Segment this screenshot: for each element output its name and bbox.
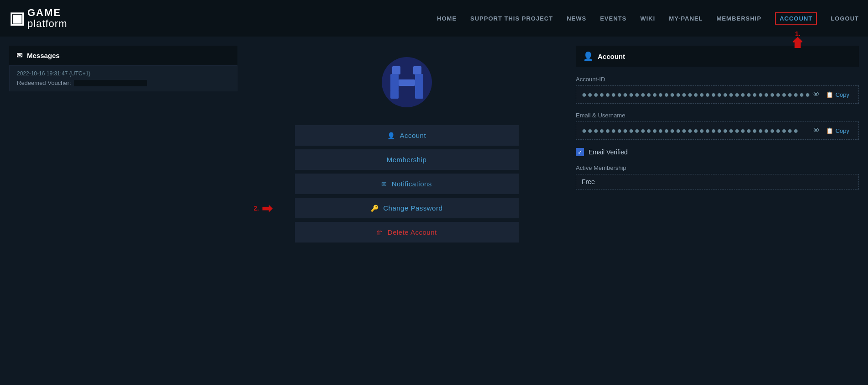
nav-mypanel[interactable]: MY-PANEL — [669, 14, 703, 22]
trash-icon: 🗑 — [376, 229, 383, 236]
account-id-eye-btn[interactable]: 👁 — [810, 90, 822, 100]
logo-platform: platform — [27, 18, 67, 29]
eye-icon: 👁 — [812, 90, 820, 99]
email-username-field: ●●●●●●●●●●●●●●●●●●●●●●●●●●●●●●●●●●●●● 👁 … — [576, 121, 859, 140]
menu-buttons: 👤 Account Membership ✉ Notifications 2. … — [295, 125, 519, 243]
content-area: ✉ Messages 2022-10-16 19:31:47 (UTC+1) R… — [0, 37, 868, 385]
change-password-label: Change Password — [383, 204, 442, 212]
arrow-right-icon: ➡ — [262, 200, 272, 216]
notifications-btn-label: Notifications — [392, 180, 432, 188]
svg-rect-4 — [415, 74, 423, 91]
change-password-area: 2. ➡ 🔑 Change Password — [295, 198, 519, 218]
svg-rect-6 — [390, 90, 399, 99]
copy-icon-2: 📋 — [826, 127, 833, 134]
delete-account-label: Delete Account — [388, 228, 437, 236]
messages-panel: ✉ Messages 2022-10-16 19:31:47 (UTC+1) R… — [9, 46, 237, 376]
nav-home[interactable]: HOME — [437, 14, 457, 22]
logo-text: GAME platform — [27, 7, 67, 29]
key-icon: 🔑 — [371, 205, 379, 212]
account-header-icon: 👤 — [583, 51, 593, 61]
redacted-voucher — [74, 80, 147, 86]
email-username-group: Email & Username ●●●●●●●●●●●●●●●●●●●●●●●… — [576, 112, 859, 140]
account-id-copy-btn[interactable]: 📋 Copy — [822, 90, 853, 99]
email-username-dots: ●●●●●●●●●●●●●●●●●●●●●●●●●●●●●●●●●●●●● — [582, 126, 810, 136]
nav-membership[interactable]: MEMBERSHIP — [716, 14, 761, 22]
messages-title: Messages — [27, 52, 60, 59]
notifications-menu-btn[interactable]: ✉ Notifications — [295, 174, 519, 194]
nav-wiki[interactable]: WIKI — [640, 14, 655, 22]
annotation-1-label: 1. — [795, 30, 800, 37]
logo-game: GAME — [27, 7, 67, 18]
change-password-btn[interactable]: 🔑 Change Password — [295, 198, 519, 218]
account-menu-btn[interactable]: 👤 Account — [295, 125, 519, 146]
annotation-2-label: 2. — [254, 205, 259, 212]
svg-rect-5 — [399, 79, 415, 86]
account-id-label: Account-ID — [576, 76, 859, 83]
annotation-2: 2. ➡ — [254, 200, 273, 216]
email-username-label: Email & Username — [576, 112, 859, 119]
avatar — [379, 55, 434, 110]
message-timestamp: 2022-10-16 19:31:47 (UTC+1) — [17, 70, 230, 77]
account-panel-header: 👤 Account — [576, 46, 859, 67]
nav-account[interactable]: ACCOUNT — [775, 14, 817, 22]
account-id-copy-label: Copy — [836, 91, 849, 98]
eye-icon-2: 👁 — [812, 127, 820, 135]
active-membership-value: Free — [576, 174, 859, 190]
email-verified-checkbox[interactable]: ✓ — [576, 148, 584, 156]
logo-icon: ▣ — [9, 10, 24, 26]
message-item: 2022-10-16 19:31:47 (UTC+1) Redeemed Vou… — [9, 65, 237, 91]
account-btn-label: Account — [400, 132, 426, 139]
svg-rect-3 — [390, 74, 399, 91]
account-id-dots: ●●●●●●●●●●●●●●●●●●●●●●●●●●●●●●●●●●●●●●● — [582, 90, 810, 100]
account-id-group: Account-ID ●●●●●●●●●●●●●●●●●●●●●●●●●●●●●… — [576, 76, 859, 104]
nav-links: HOME SUPPORT THIS PROJECT NEWS EVENTS WI… — [437, 14, 859, 22]
svg-rect-1 — [392, 66, 400, 74]
right-panel: 👤 Account Account-ID ●●●●●●●●●●●●●●●●●●●… — [576, 46, 859, 376]
active-membership-group: Active Membership Free — [576, 164, 859, 190]
email-copy-label: Copy — [836, 127, 849, 134]
nav-news[interactable]: NEWS — [567, 14, 586, 22]
membership-btn-label: Membership — [387, 156, 427, 163]
email-verified-row: ✓ Email Verified — [576, 148, 859, 156]
active-membership-label: Active Membership — [576, 164, 859, 171]
nav-logout[interactable]: LOGOUT — [831, 14, 859, 22]
account-id-field: ●●●●●●●●●●●●●●●●●●●●●●●●●●●●●●●●●●●●●●● … — [576, 85, 859, 104]
nav-support[interactable]: SUPPORT THIS PROJECT — [470, 14, 553, 22]
message-label: Redeemed Voucher: — [17, 79, 71, 86]
email-copy-btn[interactable]: 📋 Copy — [822, 127, 853, 135]
nav-events[interactable]: EVENTS — [600, 14, 626, 22]
person-icon: 👤 — [387, 132, 395, 139]
notif-icon: ✉ — [381, 180, 387, 188]
svg-rect-2 — [413, 66, 421, 74]
copy-icon-1: 📋 — [826, 91, 833, 98]
navbar: ▣ GAME platform HOME SUPPORT THIS PROJEC… — [0, 0, 868, 37]
avatar-area — [379, 55, 434, 111]
center-panel: 👤 Account Membership ✉ Notifications 2. … — [247, 46, 567, 376]
membership-menu-btn[interactable]: Membership — [295, 149, 519, 170]
logo: ▣ GAME platform — [9, 7, 67, 29]
message-content: Redeemed Voucher: — [17, 79, 230, 86]
email-eye-btn[interactable]: 👁 — [810, 126, 822, 136]
messages-header: ✉ Messages — [9, 46, 237, 65]
svg-rect-7 — [415, 90, 423, 99]
delete-account-btn[interactable]: 🗑 Delete Account — [295, 222, 519, 243]
envelope-icon: ✉ — [16, 51, 22, 60]
account-panel-title: Account — [598, 53, 625, 60]
email-verified-label: Email Verified — [589, 148, 628, 156]
